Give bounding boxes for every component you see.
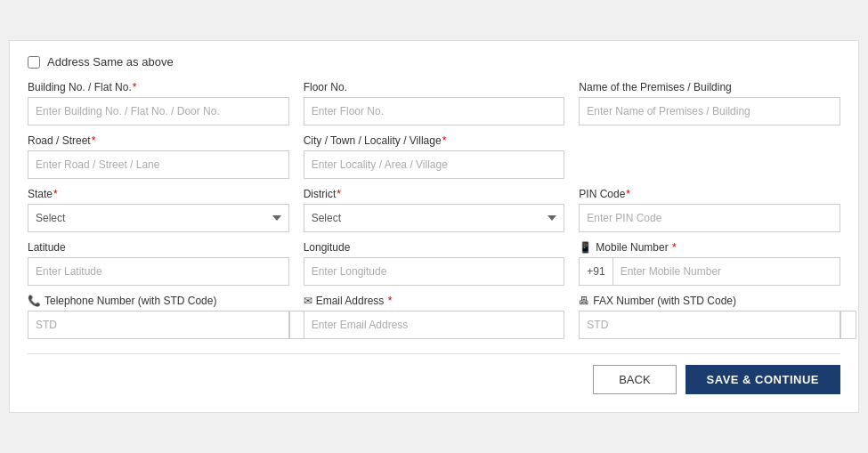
district-group: District* Select	[304, 188, 565, 232]
address-same-label: Address Same as above	[47, 55, 174, 69]
empty-cell-1	[579, 134, 840, 179]
floor-no-label: Floor No.	[304, 81, 565, 93]
fax-label: 🖷FAX Number (with STD Code)	[579, 295, 840, 307]
premises-name-input[interactable]	[579, 97, 840, 125]
email-icon: ✉	[304, 295, 312, 307]
telephone-icon: 📞	[28, 295, 41, 307]
address-same-checkbox[interactable]	[28, 56, 40, 69]
floor-no-group: Floor No.	[304, 81, 565, 125]
longitude-group: Longitude	[304, 241, 565, 286]
longitude-label: Longitude	[304, 241, 565, 254]
district-label: District*	[304, 188, 565, 200]
telephone-input-group	[28, 311, 289, 339]
mobile-icon: 📱	[579, 241, 592, 254]
city-input[interactable]	[304, 150, 565, 179]
floor-no-input[interactable]	[304, 97, 565, 125]
mobile-label: 📱Mobile Number *	[579, 241, 840, 254]
road-group: Road / Street*	[28, 134, 289, 179]
road-label: Road / Street*	[28, 134, 289, 147]
mobile-prefix: +91	[579, 257, 612, 286]
telephone-std-input[interactable]	[28, 311, 289, 339]
pin-code-label: PIN Code*	[579, 188, 840, 200]
back-button[interactable]: BACK	[593, 365, 676, 394]
pin-code-input[interactable]	[579, 204, 840, 232]
save-continue-button[interactable]: SAVE & CONTINUE	[685, 365, 840, 394]
button-row: BACK SAVE & CONTINUE	[28, 365, 840, 394]
premises-name-group: Name of the Premises / Building	[579, 81, 840, 125]
mobile-input-group: +91	[579, 257, 840, 286]
telephone-label: 📞Telephone Number (with STD Code)	[28, 295, 289, 307]
address-same-checkbox-row: Address Same as above	[28, 55, 840, 69]
building-no-group: Building No. / Flat No.*	[28, 81, 289, 125]
building-no-input[interactable]	[28, 97, 289, 125]
fax-icon: 🖷	[579, 295, 589, 307]
city-label: City / Town / Locality / Village*	[304, 134, 565, 147]
form-divider	[28, 353, 840, 354]
mobile-number-input[interactable]	[612, 257, 840, 286]
city-group: City / Town / Locality / Village*	[304, 134, 565, 179]
fax-input-group	[579, 311, 840, 339]
fax-std-input[interactable]	[579, 311, 840, 339]
premises-name-label: Name of the Premises / Building	[579, 81, 840, 93]
state-group: State* Select	[28, 188, 289, 232]
state-label: State*	[28, 188, 289, 200]
latitude-input[interactable]	[28, 257, 289, 286]
building-no-label: Building No. / Flat No.*	[28, 81, 289, 93]
fax-group: 🖷FAX Number (with STD Code)	[579, 295, 840, 339]
telephone-group: 📞Telephone Number (with STD Code)	[28, 295, 289, 339]
latitude-group: Latitude	[28, 241, 289, 286]
road-input[interactable]	[28, 150, 289, 179]
district-select[interactable]: Select	[304, 204, 565, 232]
fax-number-input[interactable]	[840, 311, 856, 339]
pin-code-group: PIN Code*	[579, 188, 840, 232]
mobile-group: 📱Mobile Number * +91	[579, 241, 840, 286]
longitude-input[interactable]	[304, 257, 565, 286]
state-select[interactable]: Select	[28, 204, 289, 232]
email-group: ✉Email Address *	[304, 295, 565, 339]
email-input[interactable]	[304, 311, 565, 339]
email-label: ✉Email Address *	[304, 295, 565, 307]
latitude-label: Latitude	[28, 241, 289, 254]
